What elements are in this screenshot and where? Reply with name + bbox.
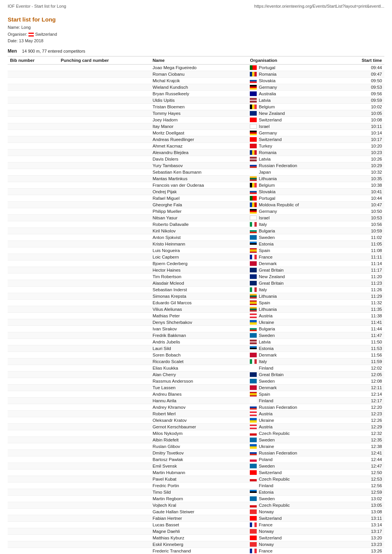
org-cell: Great Britain bbox=[247, 267, 341, 273]
bib-cell bbox=[8, 175, 58, 182]
table-row: Roman CiobanuRomania09:47 bbox=[8, 71, 384, 77]
punching-cell bbox=[58, 345, 150, 352]
country-flag bbox=[250, 529, 257, 534]
org-name: Turkey bbox=[259, 144, 272, 148]
org-name: Norway bbox=[259, 542, 274, 547]
org-cell: Moldova Republic of bbox=[247, 201, 341, 208]
bib-cell bbox=[8, 456, 58, 463]
punching-cell bbox=[58, 325, 150, 332]
table-row: Fredric PortinFinland12:56 bbox=[8, 482, 384, 489]
org-cell: Finland bbox=[247, 482, 341, 489]
country-flag bbox=[250, 327, 257, 331]
bib-cell bbox=[8, 129, 58, 136]
bib-cell bbox=[8, 450, 58, 456]
bib-cell bbox=[8, 371, 58, 378]
name-cell: Dmitry Tsvetkov bbox=[150, 450, 247, 456]
name-cell: Moritz Doellgast bbox=[150, 129, 247, 136]
name-cell: Bartosz Pawlak bbox=[150, 456, 247, 463]
bib-cell bbox=[8, 352, 58, 358]
time-cell: 10:56 bbox=[341, 221, 384, 227]
bib-cell bbox=[8, 384, 58, 391]
name-cell: Fabian Hertner bbox=[150, 515, 247, 521]
country-flag bbox=[250, 118, 257, 122]
table-row: Itay ManorIsrael10:11 bbox=[8, 123, 384, 129]
time-cell: 12:11 bbox=[341, 384, 384, 391]
country-flag bbox=[250, 235, 257, 240]
time-cell: 10:59 bbox=[341, 227, 384, 234]
name-cell: Pavel Kubat bbox=[150, 476, 247, 482]
country-flag bbox=[250, 438, 257, 442]
org-cell: France bbox=[247, 547, 341, 554]
org-cell: Germany bbox=[247, 84, 341, 90]
punching-cell bbox=[58, 201, 150, 208]
bib-cell bbox=[8, 332, 58, 338]
org-name: Czech Republic bbox=[259, 503, 290, 508]
org-name: Germany bbox=[259, 85, 277, 90]
org-name: Austria bbox=[259, 425, 272, 429]
punching-cell bbox=[58, 71, 150, 77]
name-cell: Tommy Hayes bbox=[150, 110, 247, 116]
table-row: Bjoern CederbergDenmark11:14 bbox=[8, 260, 384, 267]
org-name: Slovakia bbox=[259, 189, 275, 194]
time-cell: 11:17 bbox=[341, 267, 384, 273]
punching-cell bbox=[58, 182, 150, 188]
name-cell: Frederic Tranchand bbox=[150, 547, 247, 554]
table-row: Rassmus AnderssonSweden12:08 bbox=[8, 378, 384, 384]
time-cell: 11:14 bbox=[341, 260, 384, 267]
punching-cell bbox=[58, 136, 150, 143]
country-flag bbox=[250, 333, 257, 338]
bib-cell bbox=[8, 463, 58, 469]
name-cell: Alasdair Mcleod bbox=[150, 280, 247, 286]
table-row: Fredrik BakkmanSweden11:47 bbox=[8, 332, 384, 338]
time-cell: 12:32 bbox=[341, 430, 384, 436]
bib-cell bbox=[8, 515, 58, 521]
org-cell: Switzerland bbox=[247, 515, 341, 521]
name-cell: Martin Regborn bbox=[150, 495, 247, 502]
punching-cell bbox=[58, 521, 150, 528]
punching-cell bbox=[58, 77, 150, 84]
time-cell: 11:23 bbox=[341, 280, 384, 286]
time-cell: 09:47 bbox=[341, 71, 384, 77]
org-cell: Estonia bbox=[247, 241, 341, 247]
country-flag bbox=[250, 294, 257, 299]
country-flag bbox=[250, 379, 257, 383]
country-flag bbox=[250, 536, 257, 540]
org-name: Moldova Republic of bbox=[259, 202, 299, 207]
name-cell: Roman Ciobanu bbox=[150, 71, 247, 77]
name-cell: Lucas Basset bbox=[150, 521, 247, 528]
name-cell: Ondrej Pijak bbox=[150, 188, 247, 195]
punching-cell bbox=[58, 430, 150, 436]
punching-cell bbox=[58, 84, 150, 90]
punching-cell bbox=[58, 156, 150, 162]
org-name: Ukraine bbox=[259, 444, 274, 449]
time-cell: 12:44 bbox=[341, 456, 384, 463]
org-cell: Sweden bbox=[247, 495, 341, 502]
name-cell: Gaute Hallan Steiwer bbox=[150, 508, 247, 515]
table-row: Martin RegbornSweden13:02 bbox=[8, 495, 384, 502]
org-cell: France bbox=[247, 521, 341, 528]
name-cell: Vojtech Kral bbox=[150, 502, 247, 508]
punching-cell bbox=[58, 312, 150, 319]
bib-cell bbox=[8, 293, 58, 299]
bib-cell bbox=[8, 103, 58, 110]
org-name: Austria bbox=[259, 411, 272, 416]
name-cell: Bryan Russelkeely bbox=[150, 90, 247, 97]
org-cell: Switzerland bbox=[247, 469, 341, 476]
table-row: Gaute Hallan SteiwerNorway13:08 bbox=[8, 508, 384, 515]
section-title: Start list for Long bbox=[8, 16, 384, 23]
time-cell: 10:44 bbox=[341, 195, 384, 201]
time-cell: 12:38 bbox=[341, 443, 384, 450]
org-cell: Denmark bbox=[247, 260, 341, 267]
punching-cell bbox=[58, 436, 150, 443]
name-cell: Timo Sild bbox=[150, 489, 247, 495]
table-row: Simonas KrepstaLithuania11:29 bbox=[8, 293, 384, 299]
org-name: Switzerland bbox=[259, 536, 281, 540]
org-name: Italy bbox=[259, 287, 267, 292]
org-cell: Italy bbox=[247, 286, 341, 293]
table-row: Dmitry TsvetkovRussian Federation12:41 bbox=[8, 450, 384, 456]
org-name: Ukraine bbox=[259, 418, 274, 423]
punching-cell bbox=[58, 371, 150, 378]
time-cell: 13:11 bbox=[341, 515, 384, 521]
org-cell: Portugal bbox=[247, 195, 341, 201]
time-cell: 11:53 bbox=[341, 345, 384, 352]
